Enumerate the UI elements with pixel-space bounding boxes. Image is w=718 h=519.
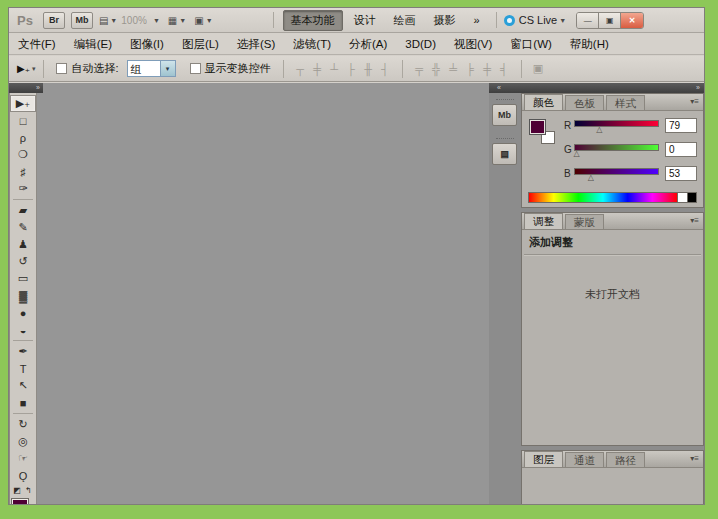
tool-pen[interactable]: ✒ bbox=[10, 343, 36, 360]
green-value-field[interactable]: 0 bbox=[665, 142, 697, 157]
minimize-button[interactable]: — bbox=[577, 13, 599, 28]
arrange-documents-icon[interactable]: ▦ bbox=[168, 15, 177, 26]
dock-collapse-left-icon[interactable]: « bbox=[497, 83, 501, 92]
tool-clone-stamp[interactable]: ♟ bbox=[10, 236, 36, 253]
mini-bridge-panel-icon[interactable]: Mb bbox=[492, 104, 517, 126]
color-spectrum-ramp[interactable] bbox=[528, 192, 677, 203]
tools-panel-header[interactable]: » bbox=[9, 83, 43, 93]
tool-eyedropper[interactable]: ✑ bbox=[10, 180, 36, 197]
tool-gradient[interactable]: ▓ bbox=[10, 287, 36, 304]
current-tool-indicator[interactable]: ▶₊ ▾ bbox=[17, 63, 35, 74]
tool-dodge[interactable]: ◒ bbox=[10, 321, 36, 338]
blue-value-field[interactable]: 53 bbox=[665, 166, 697, 181]
menu-3d[interactable]: 3D(D) bbox=[396, 36, 445, 52]
auto-select-checkbox[interactable] bbox=[56, 63, 67, 74]
tool-brush[interactable]: ✎ bbox=[10, 219, 36, 236]
workspace-painting-button[interactable]: 绘画 bbox=[387, 11, 423, 30]
menu-analysis[interactable]: 分析(A) bbox=[340, 35, 396, 54]
tool-history-brush[interactable]: ↺ bbox=[10, 253, 36, 270]
align-horizontal-center-icon[interactable]: ╫ bbox=[362, 63, 375, 75]
screen-mode-dropdown-arrow[interactable]: ▼ bbox=[206, 17, 213, 24]
tab-adjustments[interactable]: 调整 bbox=[524, 213, 563, 229]
zoom-level-dropdown-arrow[interactable]: ▼ bbox=[153, 17, 160, 24]
green-slider-thumb[interactable]: △ bbox=[573, 149, 579, 158]
launch-bridge-button[interactable]: Br bbox=[43, 12, 65, 29]
align-right-icon[interactable]: ┤ bbox=[379, 63, 392, 75]
screen-mode-icon[interactable]: ▣ bbox=[194, 15, 203, 26]
zoom-level-value[interactable]: 100% bbox=[121, 15, 147, 26]
distribute-right-icon[interactable]: ╡ bbox=[498, 63, 511, 75]
workspace-basic-button[interactable]: 基本功能 bbox=[283, 10, 343, 31]
red-slider-thumb[interactable]: △ bbox=[596, 125, 602, 134]
align-left-icon[interactable]: ├ bbox=[345, 63, 358, 75]
tool-spot-healing-brush[interactable]: ▰ bbox=[10, 202, 36, 219]
panel-menu-icon[interactable]: ▾≡ bbox=[690, 216, 699, 225]
tool-rectangle[interactable]: ■ bbox=[10, 394, 36, 411]
panel-foreground-swatch[interactable] bbox=[529, 119, 546, 135]
menu-layer[interactable]: 图层(L) bbox=[173, 35, 228, 54]
red-value-field[interactable]: 79 bbox=[665, 118, 697, 133]
blue-slider-thumb[interactable]: △ bbox=[588, 173, 594, 182]
panel-menu-icon[interactable]: ▾≡ bbox=[690, 97, 699, 106]
launch-mini-bridge-button[interactable]: Mb bbox=[71, 12, 93, 29]
align-bottom-icon[interactable]: ┴ bbox=[328, 63, 341, 75]
tab-channels[interactable]: 通道 bbox=[565, 452, 604, 467]
menu-help[interactable]: 帮助(H) bbox=[561, 35, 618, 54]
tool-blur[interactable]: ● bbox=[10, 304, 36, 321]
green-slider[interactable]: △ bbox=[574, 141, 659, 157]
tool-zoom[interactable]: Ǫ bbox=[10, 467, 36, 484]
tool-hand[interactable]: ☞ bbox=[10, 450, 36, 467]
menu-filter[interactable]: 滤镜(T) bbox=[284, 35, 340, 54]
tab-paths[interactable]: 路径 bbox=[606, 452, 645, 467]
distribute-vertical-center-icon[interactable]: ╬ bbox=[430, 63, 443, 75]
red-slider[interactable]: △ bbox=[574, 117, 659, 133]
menu-image[interactable]: 图像(I) bbox=[121, 35, 173, 54]
tab-masks[interactable]: 蒙版 bbox=[565, 214, 604, 229]
red-slider-track[interactable] bbox=[574, 120, 659, 127]
auto-select-combo-arrow[interactable]: ▾ bbox=[161, 60, 176, 77]
close-button[interactable]: ✕ bbox=[621, 13, 643, 28]
workspace-design-button[interactable]: 设计 bbox=[347, 11, 383, 30]
tab-color[interactable]: 颜色 bbox=[524, 94, 563, 110]
workspace-overflow-button[interactable]: » bbox=[467, 12, 487, 28]
history-panel-icon[interactable]: ▤ bbox=[492, 143, 517, 165]
green-slider-track[interactable] bbox=[574, 144, 659, 151]
menu-view[interactable]: 视图(V) bbox=[445, 35, 501, 54]
distribute-horizontal-center-icon[interactable]: ╪ bbox=[481, 63, 494, 75]
tab-swatches[interactable]: 色板 bbox=[565, 95, 604, 110]
auto-align-layers-icon[interactable]: ▣ bbox=[532, 62, 545, 75]
dock-collapse-right-icon[interactable]: » bbox=[696, 83, 700, 92]
tab-styles[interactable]: 样式 bbox=[606, 95, 645, 110]
align-top-icon[interactable]: ┬ bbox=[294, 63, 307, 75]
tool-quick-selection[interactable]: ❍ bbox=[10, 146, 36, 163]
tab-layers[interactable]: 图层 bbox=[524, 451, 563, 467]
panel-menu-icon[interactable]: ▾≡ bbox=[690, 454, 699, 463]
distribute-top-icon[interactable]: ╤ bbox=[413, 63, 426, 75]
dock-header[interactable]: « » bbox=[489, 83, 704, 93]
view-extras-icon[interactable]: ▤ bbox=[99, 15, 108, 26]
default-colors-icon[interactable]: ◩ ↰ bbox=[10, 484, 36, 497]
distribute-bottom-icon[interactable]: ╧ bbox=[447, 63, 460, 75]
menu-file[interactable]: 文件(F) bbox=[9, 35, 65, 54]
tool-type[interactable]: T bbox=[10, 360, 36, 377]
tool-crop[interactable]: ♯ bbox=[10, 163, 36, 180]
workspace-photography-button[interactable]: 摄影 bbox=[427, 11, 463, 30]
menu-window[interactable]: 窗口(W) bbox=[501, 35, 561, 54]
spectrum-white-swatch[interactable] bbox=[677, 192, 687, 203]
tool-3d-object-rotate[interactable]: ↻ bbox=[10, 416, 36, 433]
tool-lasso[interactable]: ρ bbox=[10, 129, 36, 146]
spectrum-black-swatch[interactable] bbox=[687, 192, 697, 203]
menu-select[interactable]: 选择(S) bbox=[228, 35, 284, 54]
tool-move[interactable]: ▶₊ bbox=[10, 95, 36, 112]
menu-edit[interactable]: 编辑(E) bbox=[65, 35, 121, 54]
restore-button[interactable]: ▣ bbox=[599, 13, 621, 28]
blue-slider-track[interactable] bbox=[574, 168, 659, 175]
foreground-color-swatch[interactable] bbox=[11, 498, 29, 505]
tool-eraser[interactable]: ▭ bbox=[10, 270, 36, 287]
view-extras-dropdown-arrow[interactable]: ▼ bbox=[110, 17, 117, 24]
auto-select-combo[interactable]: 组 ▾ bbox=[127, 60, 176, 77]
tool-rectangular-marquee[interactable]: □ bbox=[10, 112, 36, 129]
show-transform-checkbox[interactable] bbox=[190, 63, 201, 74]
tool-3d-camera-rotate[interactable]: ◎ bbox=[10, 433, 36, 450]
arrange-documents-dropdown-arrow[interactable]: ▼ bbox=[179, 17, 186, 24]
